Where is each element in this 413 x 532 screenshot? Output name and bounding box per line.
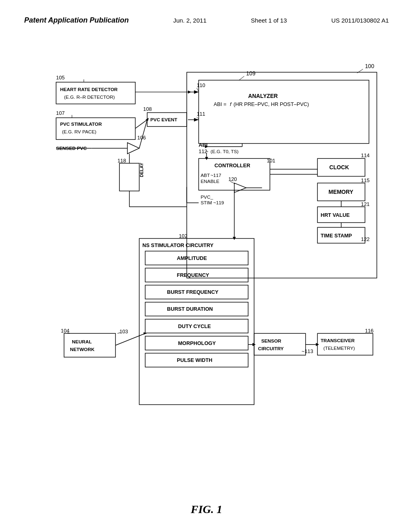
svg-text:CIRCUITRY: CIRCUITRY bbox=[258, 346, 284, 351]
svg-rect-83 bbox=[139, 239, 254, 405]
svg-text:HEART RATE DETECTOR: HEART RATE DETECTOR bbox=[60, 87, 118, 92]
svg-text:NS STIMULATOR CIRCUITRY: NS STIMULATOR CIRCUITRY bbox=[142, 242, 214, 248]
svg-text:102: 102 bbox=[179, 233, 187, 239]
svg-text:CONTROLLER: CONTROLLER bbox=[215, 162, 250, 168]
svg-text:f: f bbox=[230, 101, 232, 107]
svg-text:DUTY CYCLE: DUTY CYCLE bbox=[178, 323, 211, 329]
svg-line-5 bbox=[239, 76, 244, 80]
svg-text:(E.G. RV PACE): (E.G. RV PACE) bbox=[62, 129, 96, 134]
svg-text:CLOCK: CLOCK bbox=[330, 164, 349, 170]
svg-text:NETWORK: NETWORK bbox=[70, 347, 94, 352]
svg-line-38 bbox=[139, 120, 147, 148]
svg-text:121: 121 bbox=[361, 201, 369, 207]
header-patent: US 2011/0130802 A1 bbox=[331, 17, 389, 24]
svg-text:115: 115 bbox=[361, 177, 369, 183]
svg-text:NEURAL: NEURAL bbox=[72, 339, 92, 344]
svg-text:(E.G. R–R DETECTOR): (E.G. R–R DETECTOR) bbox=[64, 94, 115, 100]
svg-text:SENSOR: SENSOR bbox=[261, 338, 282, 343]
svg-rect-115 bbox=[317, 333, 373, 355]
svg-line-107 bbox=[115, 333, 145, 345]
svg-text:PVC EVENT: PVC EVENT bbox=[150, 117, 178, 122]
svg-rect-16 bbox=[56, 82, 135, 104]
svg-text:ENABLE: ENABLE bbox=[200, 179, 219, 184]
svg-text:105: 105 bbox=[56, 75, 65, 81]
svg-text:114: 114 bbox=[361, 152, 369, 158]
svg-text:103: 103 bbox=[119, 328, 128, 335]
svg-text:~117: ~117 bbox=[211, 172, 221, 178]
svg-text:110: 110 bbox=[197, 82, 205, 88]
svg-text:116: 116 bbox=[365, 328, 373, 334]
svg-rect-100 bbox=[64, 333, 116, 357]
svg-text:PULSE WIDTH: PULSE WIDTH bbox=[177, 357, 213, 363]
svg-text:109: 109 bbox=[246, 71, 255, 77]
figure-caption: FIG. 1 bbox=[191, 503, 222, 516]
svg-text:ANALYZER: ANALYZER bbox=[248, 93, 278, 99]
svg-text:DELAY: DELAY bbox=[139, 162, 144, 177]
header-publication: Patent Application Publication bbox=[24, 16, 129, 25]
header-date: Jun. 2, 2011 bbox=[173, 17, 206, 24]
svg-marker-62 bbox=[234, 183, 246, 193]
page: Patent Application Publication Jun. 2, 2… bbox=[0, 0, 413, 532]
svg-text:ABT: ABT bbox=[200, 172, 210, 178]
svg-text:(HR PRE–PVC, HR POST–PVC): (HR PRE–PVC, HR POST–PVC) bbox=[234, 101, 309, 107]
svg-text:HRT VALUE: HRT VALUE bbox=[321, 212, 350, 218]
header: Patent Application Publication Jun. 2, 2… bbox=[24, 16, 389, 25]
svg-rect-3 bbox=[199, 80, 369, 143]
svg-text:111: 111 bbox=[197, 111, 205, 117]
svg-text:100: 100 bbox=[365, 63, 374, 69]
svg-text:PVC STIMULATOR: PVC STIMULATOR bbox=[60, 121, 102, 127]
svg-text:107: 107 bbox=[56, 110, 65, 116]
svg-text:BURST DURATION: BURST DURATION bbox=[167, 306, 213, 312]
svg-text:118: 118 bbox=[117, 158, 126, 164]
svg-rect-39 bbox=[119, 163, 139, 191]
svg-text:STIM ~119: STIM ~119 bbox=[200, 200, 224, 205]
svg-text:MORPHOLOGY: MORPHOLOGY bbox=[178, 340, 216, 346]
svg-text:TRANSCEIVER: TRANSCEIVER bbox=[321, 338, 355, 343]
svg-text:TIME STAMP: TIME STAMP bbox=[321, 233, 352, 239]
patent-diagram: 100 109 ANALYZER ABI = f (HR PRE–PVC, HR… bbox=[24, 56, 397, 492]
svg-text:108: 108 bbox=[143, 106, 152, 112]
svg-text:FREQUENCY: FREQUENCY bbox=[177, 272, 210, 278]
svg-text:122: 122 bbox=[361, 236, 369, 242]
svg-text:(E.G. T0, TS): (E.G. T0, TS) bbox=[211, 149, 239, 154]
header-sheet: Sheet 1 of 13 bbox=[251, 17, 287, 24]
svg-text:120: 120 bbox=[228, 176, 237, 182]
svg-text:AMPLITUDE: AMPLITUDE bbox=[177, 255, 207, 261]
svg-marker-22 bbox=[188, 90, 191, 94]
svg-marker-34 bbox=[127, 143, 139, 154]
svg-text:BURST FREQUENCY: BURST FREQUENCY bbox=[167, 289, 219, 295]
svg-text:~113: ~113 bbox=[302, 348, 313, 354]
svg-text:101: 101 bbox=[267, 158, 275, 164]
diagram-area: 100 109 ANALYZER ABI = f (HR PRE–PVC, HR… bbox=[24, 56, 397, 492]
svg-text:PVC_: PVC_ bbox=[200, 194, 213, 200]
svg-text:(TELEMETRY): (TELEMETRY) bbox=[323, 346, 355, 351]
svg-text:MEMORY: MEMORY bbox=[329, 189, 353, 195]
svg-text:ABI =: ABI = bbox=[214, 101, 227, 107]
svg-rect-109 bbox=[254, 333, 306, 355]
svg-text:~: ~ bbox=[205, 148, 208, 154]
